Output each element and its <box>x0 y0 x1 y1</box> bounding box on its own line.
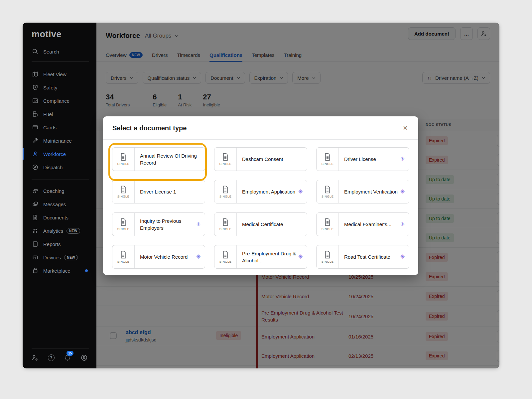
sidebar-item-marketplace[interactable]: Marketplace <box>23 264 96 277</box>
new-badge: NEW <box>66 228 80 234</box>
single-label: SINGLE <box>322 260 334 263</box>
sidebar-item-label: Documents <box>43 215 68 220</box>
sidebar-item-fleet-view[interactable]: Fleet View <box>23 67 96 81</box>
doc-type-road-test-certificate[interactable]: SINGLE Road Test Certificate✳ <box>316 245 409 269</box>
credit-card-icon <box>32 124 39 131</box>
fuel-pump-icon <box>32 111 39 117</box>
bell-icon[interactable]: 15 <box>64 354 71 361</box>
doc-type-driver-license-1[interactable]: SINGLE Driver License 1 <box>112 180 205 203</box>
sidebar-divider <box>32 348 89 348</box>
chat-icon <box>32 201 39 207</box>
sidebar-search-label: Search <box>43 49 59 55</box>
modal-title: Select a document type <box>112 124 187 132</box>
document-icon <box>222 218 229 226</box>
doc-type-annual-review-of-driving-record[interactable]: SINGLE Annual Review Of Driving Record <box>112 147 205 171</box>
doc-type-pre-employment-drug-alcohol[interactable]: SINGLE Pre-Employment Drug & Alcohol...✳ <box>214 245 307 269</box>
sidebar-item-coaching[interactable]: Coaching <box>23 184 96 198</box>
required-asterisk-icon: ✳ <box>298 253 303 260</box>
doc-type-medical-examiners[interactable]: SINGLE Medical Examiner's...✳ <box>316 212 409 236</box>
required-asterisk-icon: ✳ <box>400 188 405 195</box>
sidebar-item-label: Fleet View <box>43 71 66 77</box>
search-icon <box>32 48 39 55</box>
sidebar-item-reports[interactable]: Reports <box>23 237 96 251</box>
sidebar-item-documents[interactable]: Documents <box>23 211 96 224</box>
sidebar-search[interactable]: Search <box>23 45 96 58</box>
sidebar-item-label: Cards <box>43 125 57 130</box>
sidebar-item-safety[interactable]: Safety <box>23 81 96 94</box>
doc-type-dashcam-consent[interactable]: SINGLE Dashcam Consent <box>214 147 307 171</box>
doc-type-title: Medical Certificate <box>242 221 301 228</box>
document-icon <box>324 153 331 161</box>
document-icon <box>222 186 229 194</box>
required-asterisk-icon: ✳ <box>196 221 201 228</box>
single-label: SINGLE <box>117 260 130 263</box>
single-label: SINGLE <box>117 227 130 231</box>
sidebar-item-compliance[interactable]: Compliance <box>23 94 96 107</box>
sidebar-item-maintenance[interactable]: Maintenance <box>23 134 96 147</box>
sidebar-item-devices[interactable]: Devices NEW <box>23 251 96 264</box>
report-icon <box>32 241 39 247</box>
sidebar-item-workforce[interactable]: Workforce <box>23 147 96 161</box>
single-label: SINGLE <box>322 227 334 231</box>
doc-type-driver-license[interactable]: SINGLE Driver License✳ <box>316 147 409 171</box>
account-icon[interactable] <box>80 354 88 361</box>
doc-type-employment-application[interactable]: SINGLE Employment Application✳ <box>214 180 307 203</box>
select-document-type-modal: Select a document type × SINGLE Annual R… <box>103 116 418 275</box>
doc-type-employment-verification[interactable]: SINGLE Employment Verification✳ <box>316 180 409 203</box>
wrench-icon <box>32 137 39 144</box>
document-icon <box>120 218 127 226</box>
document-type-grid: SINGLE Annual Review Of Driving Record S… <box>112 147 409 269</box>
sidebar-item-messages[interactable]: Messages <box>23 198 96 211</box>
sidebar-item-analytics[interactable]: Analytics NEW <box>23 224 96 237</box>
doc-type-title: Employment Verification <box>344 188 398 195</box>
shield-icon <box>32 84 39 91</box>
close-icon[interactable]: × <box>400 123 410 133</box>
sidebar-item-label: Maintenance <box>43 138 72 144</box>
sidebar-divider <box>32 62 89 62</box>
sidebar-item-label: Workforce <box>43 151 66 157</box>
document-icon <box>324 218 331 226</box>
chart-panel-icon <box>32 97 39 104</box>
sidebar-item-label: Fuel <box>43 111 53 117</box>
sidebar-item-fuel[interactable]: Fuel <box>23 107 96 121</box>
doc-type-title: Road Test Certificate <box>344 253 398 260</box>
sidebar-item-label: Analytics <box>43 228 63 234</box>
doc-type-title: Annual Review Of Driving Record <box>140 152 199 166</box>
required-asterisk-icon: ✳ <box>400 253 405 260</box>
sidebar-item-label: Dispatch <box>43 165 63 170</box>
required-asterisk-icon: ✳ <box>196 253 201 260</box>
sidebar-divider <box>32 180 89 180</box>
single-label: SINGLE <box>117 162 130 166</box>
document-icon <box>222 251 229 259</box>
sidebar-item-cards[interactable]: Cards <box>23 121 96 134</box>
motive-logo: motive <box>32 29 62 40</box>
document-icon <box>324 186 331 194</box>
doc-type-title: Medical Examiner's... <box>344 221 398 228</box>
doc-type-medical-certificate[interactable]: SINGLE Medical Certificate <box>214 212 307 236</box>
analytics-icon <box>32 227 39 234</box>
doc-type-title: Employment Application <box>242 188 296 195</box>
sidebar-item-label: Safety <box>43 85 58 90</box>
required-asterisk-icon: ✳ <box>400 221 405 228</box>
notification-dot <box>85 269 88 272</box>
app-window: motive Search Fleet View Safety Complian… <box>23 23 499 368</box>
doc-type-title: Dashcam Consent <box>242 156 301 163</box>
help-icon[interactable]: ? <box>48 354 55 361</box>
doc-type-motor-vehicle-record[interactable]: SINGLE Motor Vehicle Record✳ <box>112 245 205 269</box>
compass-icon <box>32 164 39 171</box>
single-label: SINGLE <box>219 227 232 231</box>
new-badge: NEW <box>64 255 78 260</box>
single-label: SINGLE <box>219 260 232 263</box>
sidebar-item-dispatch[interactable]: Dispatch <box>23 161 96 174</box>
whistle-icon <box>32 188 39 194</box>
document-icon <box>120 153 127 161</box>
map-icon <box>32 71 39 77</box>
single-label: SINGLE <box>219 195 232 198</box>
document-icon <box>32 214 39 221</box>
doc-type-inquiry-to-previous-employers[interactable]: SINGLE Inquiry to Previous Employers✳ <box>112 212 205 236</box>
sidebar-item-label: Compliance <box>43 98 69 104</box>
admin-person-gear-icon[interactable] <box>31 354 39 361</box>
sidebar: motive Search Fleet View Safety Complian… <box>23 23 96 368</box>
sidebar-item-label: Devices <box>43 255 61 260</box>
device-icon <box>32 254 39 261</box>
